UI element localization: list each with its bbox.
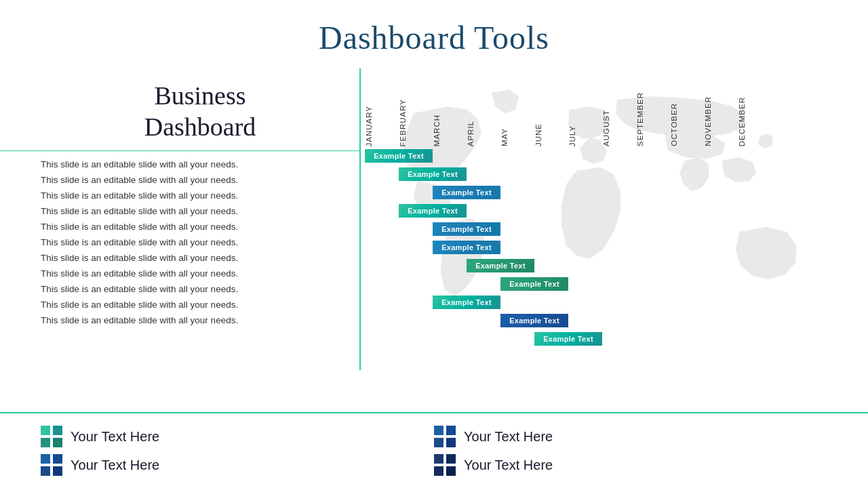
gantt-bar: Example Text bbox=[399, 167, 467, 181]
main-content: Business Dashboard This slide is an edit… bbox=[0, 68, 868, 348]
gantt-area: Example TextExample TextExample TextExam… bbox=[359, 146, 868, 348]
svg-rect-3 bbox=[41, 435, 50, 438]
svg-rect-19 bbox=[443, 454, 446, 464]
gantt-bar: Example Text bbox=[534, 332, 602, 346]
legend-icon-3 bbox=[434, 426, 456, 447]
text-list-item: This slide is an editable slide with all… bbox=[41, 172, 359, 188]
svg-rect-11 bbox=[53, 466, 62, 476]
gantt-row: Example Text bbox=[365, 201, 868, 220]
svg-rect-10 bbox=[41, 466, 50, 476]
gantt-row: Example Text bbox=[365, 220, 868, 238]
gantt-row: Example Text bbox=[365, 256, 868, 274]
gantt-row: Example Text bbox=[365, 311, 868, 329]
text-list-item: This slide is an editable slide with all… bbox=[41, 281, 359, 297]
legend-item-4: Your Text Here bbox=[434, 454, 827, 476]
gantt-bar: Example Text bbox=[365, 149, 433, 163]
legend-text-2: Your Text Here bbox=[71, 458, 159, 473]
svg-rect-5 bbox=[53, 438, 62, 447]
left-panel: Business Dashboard This slide is an edit… bbox=[0, 68, 359, 348]
month-label: DECEMBER bbox=[738, 94, 772, 146]
gantt-row: Example Text bbox=[365, 165, 868, 183]
footer: Your Text Here Your Text Here bbox=[0, 412, 868, 488]
svg-rect-22 bbox=[434, 466, 443, 476]
text-list-item: This slide is an editable slide with all… bbox=[41, 219, 359, 235]
text-list-item: This slide is an editable slide with all… bbox=[41, 203, 359, 219]
text-list-item: This slide is an editable slide with all… bbox=[41, 188, 359, 203]
svg-rect-9 bbox=[41, 464, 50, 466]
svg-rect-6 bbox=[41, 454, 50, 464]
svg-rect-13 bbox=[443, 426, 446, 435]
gantt-row: Example Text bbox=[365, 329, 868, 348]
month-label: FEBRUARY bbox=[399, 96, 433, 146]
gantt-row: Example Text bbox=[365, 274, 868, 293]
legend-text-1: Your Text Here bbox=[71, 429, 159, 445]
gantt-row: Example Text bbox=[365, 146, 868, 165]
svg-rect-15 bbox=[434, 435, 443, 438]
svg-rect-17 bbox=[446, 438, 456, 447]
legend-icon-1 bbox=[41, 426, 62, 447]
legend-icon-4 bbox=[434, 454, 456, 476]
legend-item-2: Your Text Here bbox=[41, 454, 434, 476]
dashboard-subtitle: Business Dashboard bbox=[0, 68, 359, 150]
month-label: AUGUST bbox=[602, 107, 636, 146]
legend-text-4: Your Text Here bbox=[464, 458, 553, 473]
text-list-item: This slide is an editable slide with all… bbox=[41, 312, 359, 328]
gantt-bar: Example Text bbox=[433, 222, 500, 236]
legend-icon-2 bbox=[41, 454, 62, 476]
page-title: Dashboard Tools bbox=[0, 0, 868, 68]
legend-item-3: Your Text Here bbox=[434, 426, 827, 447]
svg-rect-20 bbox=[446, 454, 456, 464]
gantt-bar: Example Text bbox=[433, 296, 500, 309]
gantt-row: Example Text bbox=[365, 183, 868, 201]
gantt-bar: Example Text bbox=[433, 186, 500, 199]
months-header: JANUARYFEBRUARYMARCHAPRILMAYJUNEJULYAUGU… bbox=[359, 68, 868, 146]
gantt-bar: Example Text bbox=[467, 259, 534, 272]
svg-rect-16 bbox=[434, 438, 443, 447]
text-list-item: This slide is an editable slide with all… bbox=[41, 235, 359, 250]
svg-rect-23 bbox=[446, 466, 456, 476]
right-panel: JANUARYFEBRUARYMARCHAPRILMAYJUNEJULYAUGU… bbox=[359, 68, 868, 348]
gantt-row: Example Text bbox=[365, 238, 868, 256]
month-label: APRIL bbox=[467, 118, 500, 146]
month-label: JANUARY bbox=[365, 103, 399, 146]
month-label: JULY bbox=[568, 123, 602, 146]
footer-left: Your Text Here Your Text Here bbox=[41, 426, 434, 476]
footer-right: Your Text Here Your Text Here bbox=[434, 426, 827, 476]
month-label: SEPTEMBER bbox=[636, 89, 670, 146]
month-label: JUNE bbox=[534, 121, 568, 146]
svg-rect-1 bbox=[50, 426, 53, 435]
svg-rect-12 bbox=[434, 426, 443, 435]
legend-item-1: Your Text Here bbox=[41, 426, 434, 447]
month-label: MARCH bbox=[433, 112, 467, 146]
svg-rect-4 bbox=[41, 438, 50, 447]
gantt-row: Example Text bbox=[365, 293, 868, 311]
text-list-item: This slide is an editable slide with all… bbox=[41, 250, 359, 266]
svg-rect-14 bbox=[446, 426, 456, 435]
text-list: This slide is an editable slide with all… bbox=[0, 151, 359, 333]
svg-rect-2 bbox=[53, 426, 62, 435]
gantt-bar: Example Text bbox=[399, 204, 467, 218]
gantt-bar: Example Text bbox=[500, 277, 568, 291]
month-label: OCTOBER bbox=[670, 100, 704, 146]
month-label: MAY bbox=[500, 125, 534, 146]
svg-rect-0 bbox=[41, 426, 50, 435]
svg-rect-7 bbox=[50, 454, 53, 464]
legend-text-3: Your Text Here bbox=[464, 429, 553, 445]
gantt-bar: Example Text bbox=[500, 314, 568, 327]
svg-rect-8 bbox=[53, 454, 62, 464]
text-list-item: This slide is an editable slide with all… bbox=[41, 297, 359, 312]
svg-rect-21 bbox=[434, 464, 443, 466]
svg-rect-18 bbox=[434, 454, 443, 464]
gantt-bar: Example Text bbox=[433, 241, 500, 254]
month-label: NOVEMBER bbox=[704, 94, 738, 146]
text-list-item: This slide is an editable slide with all… bbox=[41, 157, 359, 172]
text-list-item: This slide is an editable slide with all… bbox=[41, 266, 359, 281]
